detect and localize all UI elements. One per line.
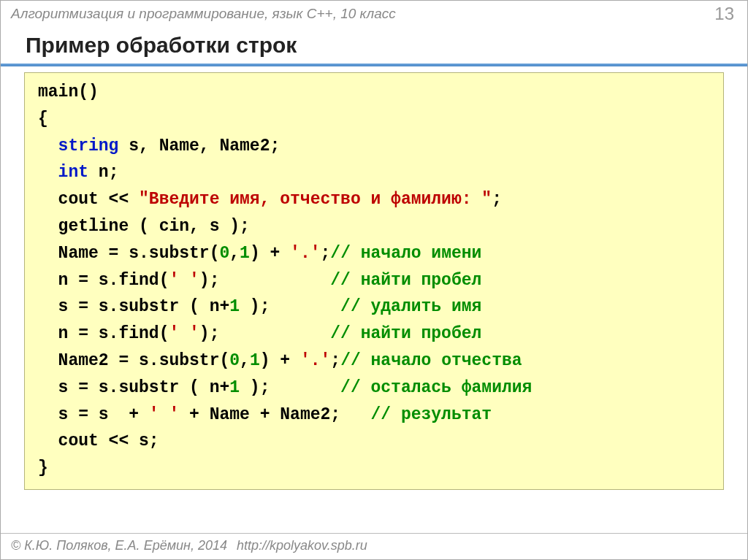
code-text: ); <box>240 378 340 397</box>
keyword: string <box>58 137 119 156</box>
code-text: Name = s.substr( <box>38 244 219 263</box>
code-text <box>38 163 58 182</box>
code-text: s = s.substr ( n+ <box>38 378 229 397</box>
comment: // начало имени <box>330 244 481 263</box>
comment: // начало отчества <box>340 351 522 370</box>
code-text <box>38 137 58 156</box>
string-literal: "Введите имя, отчество и фамилию: " <box>139 190 492 209</box>
copyright-text: © К.Ю. Поляков, Е.А. Ерёмин, 2014 <box>11 538 227 553</box>
number: 0 <box>229 351 240 370</box>
header-bar: Алгоритмизация и программирование, язык … <box>1 1 747 28</box>
code-text: n; <box>88 163 118 182</box>
comment: // результат <box>371 405 492 424</box>
code-text: ) + <box>260 351 300 370</box>
code-text: , <box>240 351 250 370</box>
footer-url: http://kpolyakov.spb.ru <box>237 538 367 553</box>
code-text: n = s.find( <box>38 271 169 290</box>
number: 1 <box>229 297 240 316</box>
comment: // найти пробел <box>330 324 481 343</box>
code-text: ; <box>321 244 331 263</box>
code-line: cout << s; <box>38 431 159 450</box>
code-text: s = s + <box>38 405 149 424</box>
code-line: } <box>38 459 48 477</box>
code-text: ); <box>199 324 330 343</box>
comment: // найти пробел <box>330 271 481 290</box>
code-text: ) + <box>250 244 290 263</box>
code-text: ; <box>492 190 502 209</box>
char-literal: ' ' <box>149 405 179 424</box>
code-text: Name2 = s.substr( <box>38 351 229 370</box>
code-text: ); <box>240 297 340 316</box>
char-literal: '.' <box>300 351 330 370</box>
code-line: main() <box>38 83 99 101</box>
char-literal: ' ' <box>169 271 199 290</box>
code-text: cout << <box>38 190 139 209</box>
char-literal: ' ' <box>169 324 199 343</box>
page-number: 13 <box>714 4 737 24</box>
number: 1 <box>229 378 240 397</box>
code-text: ; <box>330 351 340 370</box>
code-line: { <box>38 110 48 129</box>
code-block: main() { string s, Name, Name2; int n; c… <box>24 72 724 490</box>
keyword: int <box>58 163 88 182</box>
code-text: ); <box>199 271 330 290</box>
code-text: n = s.find( <box>38 324 169 343</box>
code-text: , <box>229 244 240 263</box>
footer-bar: © К.Ю. Поляков, Е.А. Ерёмин, 2014 http:/… <box>1 533 747 559</box>
comment: // осталась фамилия <box>340 378 532 397</box>
page-title: Пример обработки строк <box>1 28 747 64</box>
number: 1 <box>240 244 250 263</box>
subject-text: Алгоритмизация и программирование, язык … <box>11 6 396 22</box>
comment: // удалить имя <box>340 297 481 316</box>
code-text: s, Name, Name2; <box>118 137 280 156</box>
number: 1 <box>250 351 260 370</box>
title-rule <box>1 64 747 66</box>
slide: Алгоритмизация и программирование, язык … <box>0 0 748 560</box>
char-literal: '.' <box>290 244 320 263</box>
code-text: + Name + Name2; <box>179 405 370 424</box>
code-text: s = s.substr ( n+ <box>38 297 229 316</box>
number: 0 <box>219 244 229 263</box>
code-line: getline ( cin, s ); <box>38 217 250 236</box>
